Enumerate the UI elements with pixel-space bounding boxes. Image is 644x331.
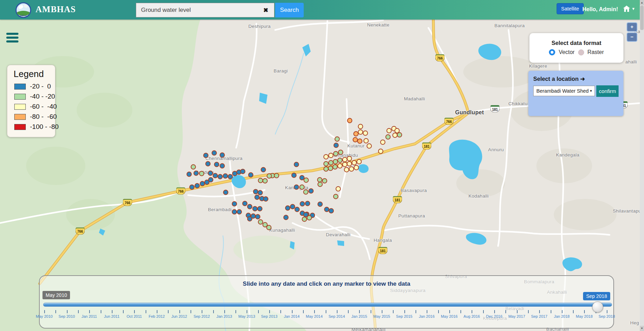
zoom-in-button[interactable]: + [627, 22, 637, 32]
map-marker[interactable] [240, 169, 246, 174]
search-input[interactable] [136, 3, 274, 17]
map-marker[interactable] [220, 153, 225, 158]
home-menu[interactable]: ▼ [623, 6, 635, 12]
map-marker[interactable] [300, 185, 305, 190]
confirm-button[interactable]: confirm [596, 85, 619, 97]
map-marker[interactable] [300, 201, 305, 207]
map-marker[interactable] [242, 201, 248, 206]
map-marker[interactable] [232, 201, 237, 207]
map-marker[interactable] [333, 151, 339, 156]
map-marker[interactable] [214, 162, 219, 167]
map-marker[interactable] [352, 160, 357, 166]
map-marker[interactable] [324, 161, 329, 167]
scroll-down-icon[interactable]: ▼ [640, 326, 644, 331]
map-marker[interactable] [213, 173, 218, 178]
map-marker[interactable] [208, 177, 214, 183]
map-marker[interactable] [191, 164, 196, 170]
map-marker[interactable] [232, 209, 237, 215]
map-marker[interactable] [203, 153, 209, 158]
map-marker[interactable] [324, 154, 329, 160]
map-marker[interactable] [357, 139, 363, 144]
map-marker[interactable] [255, 214, 261, 220]
scroll-up-icon[interactable]: ▲ [640, 0, 644, 5]
map-marker[interactable] [223, 190, 228, 195]
map-marker[interactable] [335, 137, 340, 142]
map-marker[interactable] [305, 201, 310, 206]
map-marker[interactable] [228, 174, 233, 179]
map-marker[interactable] [338, 150, 343, 155]
menu-icon[interactable] [6, 33, 18, 44]
map-marker[interactable] [189, 185, 195, 190]
map-marker[interactable] [218, 174, 223, 179]
map-marker[interactable] [194, 171, 199, 176]
map-marker[interactable] [378, 149, 383, 154]
map-marker[interactable] [358, 124, 363, 129]
map-marker[interactable] [253, 206, 258, 211]
map-marker[interactable] [274, 173, 279, 178]
map-marker[interactable] [354, 165, 359, 170]
map-marker[interactable] [329, 208, 334, 214]
map-marker[interactable] [386, 134, 391, 140]
map-marker[interactable] [393, 133, 398, 138]
map-marker[interactable] [387, 128, 392, 133]
map-marker[interactable] [247, 216, 253, 222]
map-marker[interactable] [258, 190, 263, 195]
clear-search-icon[interactable]: ✖ [261, 6, 270, 14]
map-marker[interactable] [303, 212, 309, 217]
map-marker[interactable] [255, 195, 260, 200]
map-marker[interactable] [199, 171, 204, 176]
map-marker[interactable] [195, 183, 200, 188]
map-marker[interactable] [303, 190, 309, 195]
map-marker[interactable] [364, 138, 369, 144]
map-marker[interactable] [223, 174, 228, 179]
map-marker[interactable] [344, 167, 349, 172]
vertical-scrollbar[interactable]: ▲ ▼ [640, 0, 644, 331]
map-marker[interactable] [263, 178, 268, 184]
map-marker[interactable] [292, 173, 297, 178]
timeline-slider-handle[interactable] [592, 301, 603, 313]
map-marker[interactable] [302, 217, 307, 222]
vector-radio[interactable] [549, 49, 555, 55]
map-marker[interactable] [347, 161, 352, 167]
map-marker[interactable] [337, 158, 343, 163]
raster-radio[interactable] [578, 49, 584, 55]
satellite-toggle-button[interactable]: Satellite [557, 3, 584, 14]
vector-radio-label[interactable]: Vector [559, 49, 574, 55]
map-marker[interactable] [347, 118, 352, 123]
map-marker[interactable] [212, 151, 217, 156]
map-marker[interactable] [363, 131, 368, 136]
map-marker[interactable] [304, 178, 309, 183]
map-marker[interactable] [266, 225, 272, 230]
map-marker[interactable] [284, 215, 289, 220]
scrollbar-thumb[interactable] [640, 6, 644, 30]
map-marker[interactable] [336, 186, 341, 192]
map-marker[interactable] [309, 188, 314, 194]
raster-radio-label[interactable]: Raster [588, 49, 604, 55]
map-marker[interactable] [187, 172, 192, 177]
search-button[interactable]: Search [275, 3, 304, 17]
map-marker[interactable] [318, 182, 323, 187]
map-marker[interactable] [328, 153, 334, 158]
map-marker[interactable] [357, 159, 362, 164]
map-marker[interactable] [333, 194, 339, 199]
timeline-slider-track[interactable] [43, 303, 612, 307]
map-marker[interactable] [263, 197, 269, 202]
map-marker[interactable] [380, 140, 386, 145]
map-marker[interactable] [295, 207, 300, 212]
map-marker[interactable] [367, 144, 372, 149]
map-marker[interactable] [318, 202, 323, 207]
location-select[interactable]: Berambadi Water Shed ▼ [533, 86, 595, 96]
zoom-out-button[interactable]: − [627, 32, 637, 42]
map-marker[interactable] [358, 130, 363, 135]
map-marker[interactable] [208, 171, 213, 176]
map-marker[interactable] [237, 209, 242, 215]
map-marker[interactable] [261, 167, 266, 172]
map-marker[interactable] [347, 156, 352, 161]
map-marker[interactable] [267, 174, 272, 179]
map-marker[interactable] [285, 206, 290, 211]
map-marker[interactable] [337, 163, 343, 169]
map-marker[interactable] [397, 132, 402, 138]
map-marker[interactable] [220, 163, 225, 169]
map-marker[interactable] [334, 143, 339, 148]
map-marker[interactable] [248, 172, 254, 178]
